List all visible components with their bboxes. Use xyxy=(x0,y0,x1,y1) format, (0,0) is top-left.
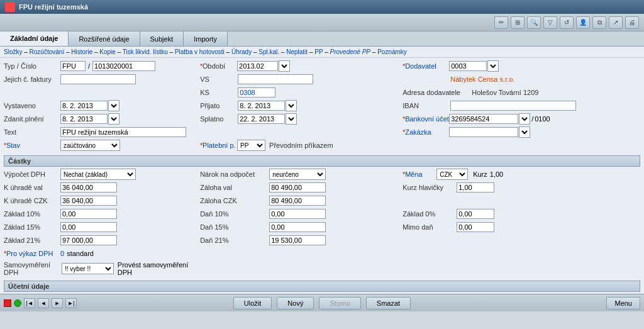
export-toolbar-btn[interactable]: ↗ xyxy=(609,16,623,29)
dodavatel-input[interactable] xyxy=(449,61,487,71)
refresh-toolbar-btn[interactable]: ↺ xyxy=(560,16,574,29)
zdanit-select[interactable]: ▼ xyxy=(108,113,119,125)
ulozit-button[interactable]: Uložit xyxy=(233,297,272,309)
dan-21-input[interactable] xyxy=(269,235,326,245)
k-uhrade-val-input[interactable] xyxy=(60,182,117,192)
zaklad-15-input[interactable] xyxy=(60,222,117,232)
dan-21-row: Daň 21% xyxy=(200,235,400,246)
smazat-button[interactable]: Smazat xyxy=(366,297,411,309)
link-pp[interactable]: PP xyxy=(314,48,323,55)
splatno-select[interactable]: ▼ xyxy=(286,113,297,125)
narok-select[interactable]: neurčeno xyxy=(269,169,326,180)
mena-select[interactable]: CZK xyxy=(436,169,468,180)
stav-label[interactable]: *Stav xyxy=(4,142,60,149)
mimo-dan-input[interactable] xyxy=(457,222,494,232)
nav-first-btn[interactable]: |◄ xyxy=(24,298,35,308)
mimo-dan-row: Mimo daň xyxy=(402,221,640,233)
kurz-hlavicky-input[interactable] xyxy=(457,182,494,192)
vypocet-dph-select[interactable]: Nechat (základ) xyxy=(60,169,136,180)
zaklad-10-input[interactable] xyxy=(60,209,117,219)
storno-button[interactable]: Storno xyxy=(319,297,360,309)
filter-toolbar-btn[interactable]: ▽ xyxy=(543,16,557,29)
zdanit-input[interactable] xyxy=(60,114,108,124)
jejich-cislo-input[interactable] xyxy=(60,74,136,84)
zaklad-21-label: Základ 21% xyxy=(4,237,60,244)
address-row: Adresa dodavatele Holešov Tovární 1209 xyxy=(402,87,640,98)
users-toolbar-btn[interactable]: 👤 xyxy=(576,16,590,29)
tab-importy[interactable]: Importy xyxy=(184,31,228,46)
print-toolbar-btn[interactable]: 🖨 xyxy=(625,16,639,29)
platebni-select[interactable]: PP xyxy=(237,140,265,151)
link-rozuctovani[interactable]: Rozúčtování xyxy=(30,48,65,55)
tab-zakladni-udaje[interactable]: Základní údaje xyxy=(0,31,69,46)
link-provedene-pp[interactable]: Provedené PP xyxy=(330,48,371,55)
copy-toolbar-btn[interactable]: ⧉ xyxy=(592,16,606,29)
novy-button[interactable]: Nový xyxy=(277,297,314,309)
bankovni-ucet-label[interactable]: Bankovní účet xyxy=(405,115,449,123)
text-input[interactable] xyxy=(60,127,186,137)
zakazka-select[interactable]: ▼ xyxy=(519,126,530,138)
typ-input[interactable] xyxy=(60,61,86,71)
vypocet-dph-row: Výpočet DPH Nechat (základ) xyxy=(4,169,197,180)
bottom-bar: |◄ ◄ ► ►| Uložit Nový Storno Smazat Menu xyxy=(0,294,644,311)
cislo-input[interactable] xyxy=(92,61,155,71)
nav-prev-btn[interactable]: ◄ xyxy=(38,298,49,308)
dan-10-input[interactable] xyxy=(269,209,326,219)
pro-vykaz-suffix: standard xyxy=(67,250,94,257)
dan-15-input[interactable] xyxy=(269,222,326,232)
link-tisk[interactable]: Tisk likvid. lístku xyxy=(123,48,168,55)
link-kopie[interactable]: Kopie xyxy=(99,48,116,55)
link-uhrady[interactable]: Úhrady xyxy=(231,48,252,55)
obdobi-input[interactable] xyxy=(237,61,278,71)
splatno-input[interactable] xyxy=(238,114,285,124)
nav-last-btn[interactable]: ►| xyxy=(65,298,77,308)
search-toolbar-btn[interactable]: 🔍 xyxy=(527,16,541,29)
zaklad-15-row: Základ 15% xyxy=(4,221,197,233)
pro-vykaz-label[interactable]: *Pro výkaz DPH xyxy=(4,250,60,257)
link-neplatit[interactable]: Neplatit xyxy=(286,48,308,55)
bankovni-ucet-select[interactable]: ▼ xyxy=(519,113,530,125)
obdobi-select[interactable]: ▼ xyxy=(279,60,290,72)
samovymereni-select[interactable]: !! vyber !! xyxy=(62,263,114,274)
vystaveno-select[interactable]: ▼ xyxy=(108,100,119,111)
tab-rozsirene-udaje[interactable]: Rozšířené údaje xyxy=(69,31,140,46)
supplier-name-row: Nábytek Censa s.r.o. xyxy=(402,74,640,85)
iban-input[interactable] xyxy=(450,101,576,111)
kurz-label: Kurz xyxy=(473,170,487,178)
zakazka-label[interactable]: Zakázka xyxy=(405,128,449,136)
platebni-label[interactable]: Platební p. xyxy=(203,142,237,149)
edit-toolbar-btn[interactable]: ✏ xyxy=(494,16,508,29)
grid-toolbar-btn[interactable]: ⊞ xyxy=(511,16,525,29)
prijato-input[interactable] xyxy=(238,101,285,111)
link-platba[interactable]: Platba v hotovosti xyxy=(175,48,225,55)
nav-next-btn[interactable]: ► xyxy=(52,298,63,308)
k-uhrade-czk-row: K úhradě CZK xyxy=(4,195,197,206)
bankovni-ucet-input[interactable] xyxy=(449,114,518,124)
link-historie[interactable]: Historie xyxy=(71,48,92,55)
dodavatel-row: * Dodavatel ▼ xyxy=(402,60,640,72)
menu-button[interactable]: Menu xyxy=(606,297,640,309)
dodavatel-label[interactable]: Dodavatel xyxy=(405,62,449,70)
provest-samovymereni-text: Provést samovyměření DPH xyxy=(118,261,197,276)
vystaveno-input[interactable] xyxy=(60,101,108,111)
zaklad-0-input[interactable] xyxy=(457,209,494,219)
dodavatel-select[interactable]: ▼ xyxy=(487,60,499,72)
zaloha-val-label: Záloha val xyxy=(200,184,269,191)
link-slozky[interactable]: Složky xyxy=(4,48,22,55)
zaklad-21-input[interactable] xyxy=(60,235,117,245)
vs-input[interactable] xyxy=(238,74,313,84)
zakazka-input[interactable] xyxy=(449,127,518,137)
k-uhrade-czk-input[interactable] xyxy=(60,196,117,206)
link-splkal[interactable]: Spl.kal. xyxy=(258,48,279,55)
link-poznamky[interactable]: Poznámky xyxy=(377,48,407,55)
zaloha-val-input[interactable] xyxy=(269,182,326,192)
narok-label: Nárok na odpočet xyxy=(200,170,269,178)
tab-subjekt[interactable]: Subjekt xyxy=(140,31,184,46)
zaloha-czk-input[interactable] xyxy=(269,196,326,206)
ks-input[interactable] xyxy=(238,87,275,98)
stav-select[interactable]: zaúčtováno xyxy=(60,140,120,151)
prijato-select[interactable]: ▼ xyxy=(286,100,297,111)
bankovni-ucet-slash: / xyxy=(531,115,533,123)
stop-indicator[interactable] xyxy=(4,299,11,307)
mena-label[interactable]: Měna xyxy=(405,170,436,178)
